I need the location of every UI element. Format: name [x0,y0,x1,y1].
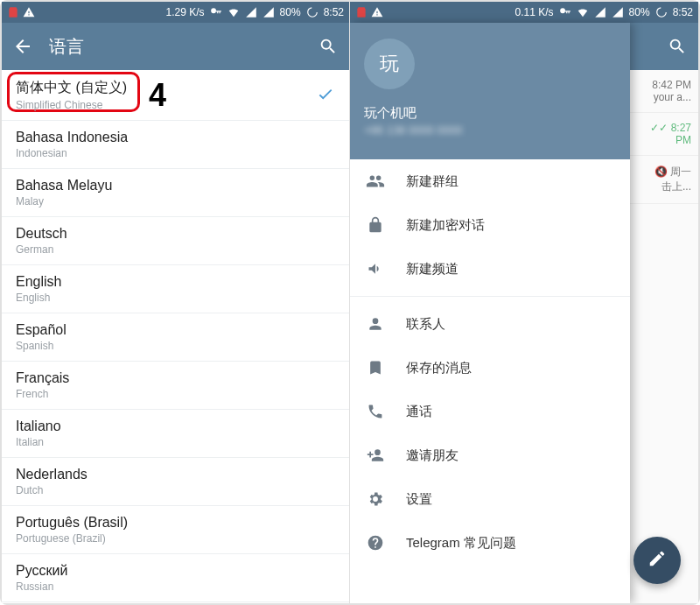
drawer-label: 新建加密对话 [406,217,485,234]
language-list: 4 简体中文 (自定义) Simplified Chinese Bahasa I… [2,70,349,603]
drawer-item-new-group[interactable]: 新建群组 [350,159,630,203]
language-row[interactable]: Deutsch German [2,217,349,265]
signal-icon [245,6,257,18]
language-name: Português (Brasil) [16,515,335,531]
shopping-bag-icon [7,6,19,18]
language-row[interactable]: Nederlands Dutch [2,458,349,506]
status-bar: 0.11 K/s 80% 8:52 [350,2,698,23]
battery-percent: 80% [629,6,650,18]
drawer-screen: 0.11 K/s 80% 8:52 [350,2,698,603]
pencil-icon [648,549,667,572]
language-row[interactable]: Bahasa Indonesia Indonesian [2,121,349,169]
network-speed: 0.11 K/s [515,6,554,18]
back-icon[interactable] [12,36,33,57]
mute-icon: 🔇 [654,165,668,178]
wifi-icon [228,6,240,18]
drawer-label: 新建频道 [406,261,458,278]
group-icon [366,172,385,191]
chat-row-peek[interactable]: 🔇 周一 击上... [628,156,698,204]
drawer-label: 邀请朋友 [406,447,458,464]
chat-time: 8:27 PM [671,122,691,146]
language-subtitle: Russian [16,580,335,593]
divider [350,296,630,297]
avatar-letter: 玩 [380,51,399,77]
key-icon [210,6,222,18]
navigation-drawer: 玩 玩个机吧 +86 138 0000 0000 新建群组 新建加密对话 [350,23,630,603]
language-row[interactable]: Русский Russian [2,554,349,602]
chat-row-peek[interactable]: 8:42 PM your a... [628,70,698,113]
language-name: English [16,274,335,290]
drawer-label: 设置 [406,491,432,508]
language-row[interactable]: Español Spanish [2,313,349,362]
language-subtitle: English [16,292,335,304]
language-row[interactable]: 简体中文 (自定义) Simplified Chinese [2,70,349,121]
language-name: Español [16,322,335,338]
warning-icon [371,6,383,18]
language-subtitle: Spanish [16,340,335,352]
contact-icon [366,314,385,334]
profile-name: 玩个机吧 [364,105,616,122]
language-row[interactable]: English English [2,265,349,313]
double-check-icon: ✓✓ [650,122,668,134]
phone-icon [366,402,385,421]
drawer-item-new-channel[interactable]: 新建频道 [350,247,630,291]
help-icon [366,533,385,552]
signal-icon [594,6,606,18]
language-name: Deutsch [16,226,335,242]
drawer-item-contacts[interactable]: 联系人 [350,302,630,346]
drawer-header: 玩 玩个机吧 +86 138 0000 0000 [350,23,630,159]
bookmark-icon [366,358,385,377]
drawer-item-faq[interactable]: Telegram 常见问题 [350,521,630,565]
drawer-item-invite[interactable]: 邀请朋友 [350,433,630,477]
language-name: Italiano [16,419,335,434]
compose-fab[interactable] [634,537,681,584]
chat-list-peek: 8:42 PM your a... ✓✓ 8:27 PM 🔇 周一 击上... [628,23,698,603]
svg-point-1 [656,8,666,18]
lock-icon [366,215,385,235]
drawer-label: 保存的消息 [406,360,472,376]
language-row[interactable]: Українська Ukrainian [2,602,349,603]
battery-percent: 80% [280,6,301,18]
chat-preview: your a... [635,91,691,103]
language-name: Bahasa Indonesia [16,130,335,145]
chat-time: 周一 [670,165,691,178]
megaphone-icon [366,259,385,278]
drawer-item-calls[interactable]: 通话 [350,390,630,433]
shopping-bag-icon [355,6,368,18]
avatar[interactable]: 玩 [364,39,415,89]
app-bar: 语言 [2,23,349,70]
clock-time: 8:52 [324,6,344,18]
drawer-item-new-secret-chat[interactable]: 新建加密对话 [350,203,630,247]
data-saver-icon [306,6,318,18]
signal-icon-2 [262,6,275,18]
language-subtitle: French [16,388,335,400]
language-row[interactable]: Italiano Italian [2,410,349,458]
search-icon[interactable] [667,36,688,57]
data-saver-icon [655,6,668,18]
page-title: 语言 [49,35,302,59]
chat-row-peek[interactable]: ✓✓ 8:27 PM [628,113,698,156]
language-subtitle: Malay [16,195,335,208]
gear-icon [366,489,385,509]
app-bar-peek [628,23,698,70]
language-row[interactable]: Bahasa Melayu Malay [2,169,349,217]
drawer-item-settings[interactable]: 设置 [350,477,630,521]
language-name: Français [16,370,335,386]
language-row[interactable]: Português (Brasil) Portuguese (Brazil) [2,506,349,554]
language-row[interactable]: Français French [2,362,349,410]
language-subtitle: Indonesian [16,147,335,159]
language-subtitle: Simplified Chinese [16,99,316,111]
svg-point-0 [307,8,317,18]
language-name: 简体中文 (自定义) [16,79,316,97]
language-subtitle: Italian [16,436,335,448]
drawer-item-saved[interactable]: 保存的消息 [350,346,630,390]
drawer-label: 新建群组 [406,173,458,190]
warning-icon [23,6,35,18]
drawer-label: 联系人 [406,316,445,333]
search-icon[interactable] [318,36,339,57]
check-icon [316,84,335,107]
language-name: Nederlands [16,467,335,482]
key-icon [559,6,571,18]
status-bar: 1.29 K/s 80% 8:52 [2,2,349,23]
language-settings-screen: 1.29 K/s 80% 8:52 语言 [2,2,350,603]
